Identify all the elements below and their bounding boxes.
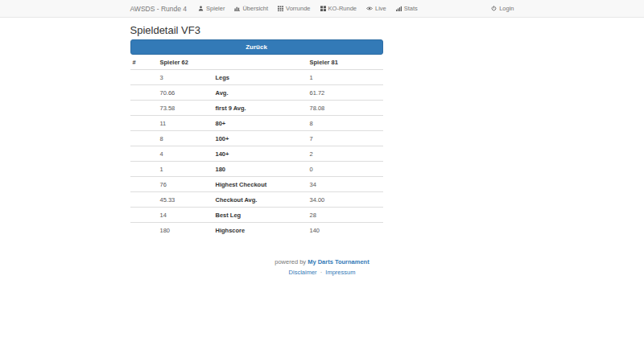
stat-label: Best Leg (213, 208, 308, 223)
table-header-index: # (130, 56, 158, 70)
player1-value: 8 (158, 131, 213, 146)
player1-value: 70.66 (158, 85, 213, 101)
back-button[interactable]: Zurück (130, 39, 383, 55)
row-index-cell (130, 192, 158, 208)
nav-item-login[interactable]: Login (486, 5, 514, 12)
player2-value: 34 (308, 177, 383, 192)
impressum-link[interactable]: Impressum (325, 269, 355, 276)
nav-item-label: Live (375, 5, 386, 12)
player1-value: 45.33 (158, 192, 213, 208)
table-header-stat (213, 56, 308, 70)
player1-value: 180 (158, 223, 213, 238)
nav-item-label: Stats (404, 5, 418, 12)
stat-label: Avg. (213, 85, 308, 101)
nav-item-label: Login (499, 5, 514, 12)
page-title: Spieldetail VF3 (130, 24, 514, 36)
player2-value: 140 (308, 223, 383, 238)
table-row: 45.33 Checkout Avg. 34.00 (130, 192, 383, 208)
table-row: 1 180 0 (130, 162, 383, 177)
row-index-cell (130, 116, 158, 131)
player1-value: 1 (158, 162, 213, 177)
row-index-cell (130, 177, 158, 192)
nav-item-stats[interactable]: Stats (391, 5, 423, 12)
stat-label: first 9 Avg. (213, 101, 308, 116)
nav-item-live[interactable]: Live (361, 5, 391, 12)
row-index-cell (130, 70, 158, 85)
table-row: 4 140+ 2 (130, 146, 383, 162)
row-index-cell (130, 101, 158, 116)
stat-label: Checkout Avg. (213, 192, 308, 208)
grid-icon (278, 6, 283, 11)
match-stats-table: # Spieler 62 Spieler 81 3 Legs 1 70.66 A… (130, 56, 383, 237)
player2-value: 61.72 (308, 85, 383, 101)
stat-label: 180 (213, 162, 308, 177)
player1-value: 73.58 (158, 101, 213, 116)
player2-value: 8 (308, 116, 383, 131)
nav-item-label: Vorrunde (286, 5, 310, 12)
nav-item-vorrunde[interactable]: Vorrunde (273, 5, 315, 12)
nav-item-spieler[interactable]: Spieler (193, 5, 229, 12)
navbar-container: AWSDS - Runde 4 Spieler Übersicht Vorrun… (127, 0, 518, 17)
nav-item-ko-runde[interactable]: KO-Runde (316, 5, 361, 12)
navbar-brand[interactable]: AWSDS - Runde 4 (130, 5, 188, 13)
table-header-player1: Spieler 62 (158, 56, 213, 70)
stat-label: 100+ (213, 131, 308, 146)
stat-label: Highscore (213, 223, 308, 238)
stat-label: Highest Checkout (213, 177, 308, 192)
player2-value: 78.08 (308, 101, 383, 116)
stat-label: 80+ (213, 116, 308, 131)
row-index-cell (130, 146, 158, 162)
powered-by-line: powered by My Darts Tournament (130, 257, 514, 267)
powered-by-text: powered by (275, 258, 306, 265)
player2-value: 34.00 (308, 192, 383, 208)
player1-value: 3 (158, 70, 213, 85)
table-row: 14 Best Leg 28 (130, 208, 383, 223)
footer-links-line: Disclaimer · Impressum (130, 267, 514, 278)
stat-label: Legs (213, 70, 308, 85)
grid-large-icon (320, 6, 326, 11)
table-row: 180 Highscore 140 (130, 223, 383, 238)
row-index-cell (130, 162, 158, 177)
row-index-cell (130, 131, 158, 146)
table-row: 11 80+ 8 (130, 116, 383, 131)
table-row: 70.66 Avg. 61.72 (130, 85, 383, 101)
match-detail-panel: Zurück # Spieler 62 Spieler 81 3 Legs 1 (130, 39, 383, 237)
table-row: 8 100+ 7 (130, 131, 383, 146)
player2-value: 0 (308, 162, 383, 177)
table-row: 76 Highest Checkout 34 (130, 177, 383, 192)
table-row: 73.58 first 9 Avg. 78.08 (130, 101, 383, 116)
nav-item-label: Übersicht (242, 5, 268, 12)
stat-label: 140+ (213, 146, 308, 162)
signal-icon (396, 6, 402, 11)
row-index-cell (130, 223, 158, 238)
player2-value: 7 (308, 131, 383, 146)
player2-value: 2 (308, 146, 383, 162)
player1-value: 11 (158, 116, 213, 131)
row-index-cell (130, 208, 158, 223)
footer: powered by My Darts Tournament Disclaime… (130, 257, 514, 278)
navbar: AWSDS - Runde 4 Spieler Übersicht Vorrun… (0, 0, 644, 18)
nav-item-uebersicht[interactable]: Übersicht (229, 5, 273, 12)
footer-link-separator: · (320, 269, 323, 276)
player1-value: 14 (158, 208, 213, 223)
table-header-row: # Spieler 62 Spieler 81 (130, 56, 383, 70)
player1-value: 76 (158, 177, 213, 192)
player1-value: 4 (158, 146, 213, 162)
row-index-cell (130, 85, 158, 101)
user-icon (198, 6, 204, 11)
player2-value: 1 (308, 70, 383, 85)
nav-item-label: Spieler (206, 5, 225, 12)
player2-value: 28 (308, 208, 383, 223)
power-icon (491, 6, 497, 11)
main-content: Spieldetail VF3 Zurück # Spieler 62 Spie… (127, 24, 518, 278)
nav-item-label: KO-Runde (328, 5, 357, 12)
table-header-player2: Spieler 81 (308, 56, 383, 70)
table-row: 3 Legs 1 (130, 70, 383, 85)
disclaimer-link[interactable]: Disclaimer (289, 269, 317, 276)
bar-chart-icon (234, 6, 240, 11)
footer-brand-link[interactable]: My Darts Tournament (308, 258, 369, 265)
eye-icon (366, 6, 373, 11)
